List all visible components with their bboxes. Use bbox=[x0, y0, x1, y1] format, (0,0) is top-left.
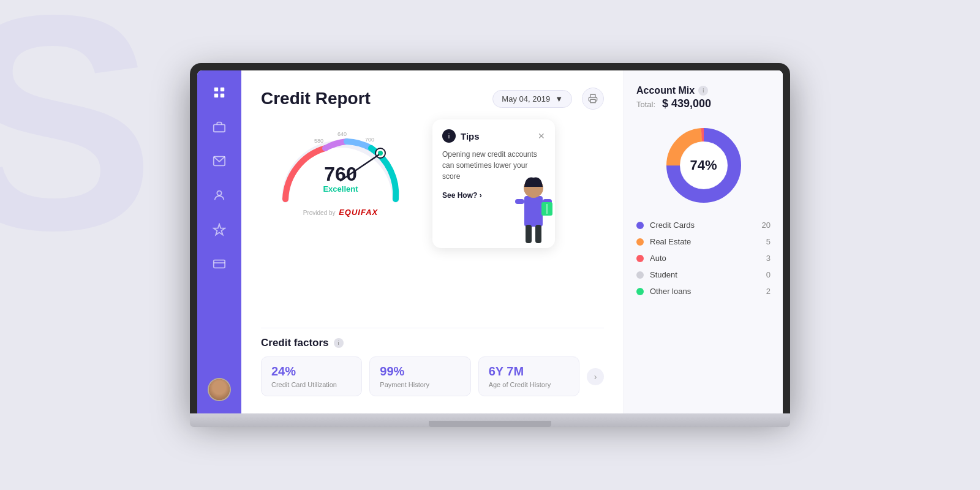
svg-text:760: 760 bbox=[324, 163, 356, 185]
factor-card-payment: 99% Payment History bbox=[369, 356, 470, 396]
legend-count-other-loans: 2 bbox=[766, 287, 771, 296]
score-area: 300 580 640 700 850 760 Excellent bbox=[261, 119, 604, 318]
tips-see-how-link[interactable]: See How? › bbox=[442, 191, 482, 200]
sidebar-item-user[interactable] bbox=[209, 186, 229, 205]
other-loans-dot bbox=[636, 288, 644, 295]
svg-rect-9 bbox=[590, 99, 595, 102]
tips-title: Tips bbox=[461, 131, 533, 141]
legend-item-real-estate: Real Estate 5 bbox=[636, 237, 771, 246]
factor-card-age: 6Y 7M Age of Credit History bbox=[478, 356, 579, 396]
legend-count-credit-cards: 20 bbox=[762, 221, 771, 230]
factor-value-payment: 99% bbox=[380, 364, 460, 379]
svg-rect-22 bbox=[515, 199, 524, 204]
donut-container: 74% bbox=[636, 123, 771, 208]
svg-text:640: 640 bbox=[337, 131, 347, 137]
factors-row: 24% Credit Card Utilization 99% Payment … bbox=[261, 356, 604, 396]
credit-factors-title: Credit factors bbox=[261, 337, 329, 349]
credit-cards-dot bbox=[636, 222, 644, 229]
sidebar bbox=[197, 70, 241, 413]
auto-dot bbox=[636, 255, 644, 262]
credit-factors-info-icon: i bbox=[334, 338, 344, 348]
donut-center-text: 74% bbox=[690, 157, 717, 173]
bg-decorative: S bbox=[0, 0, 156, 276]
date-value: May 04, 2019 bbox=[502, 94, 550, 104]
right-panel: Account Mix i Total: $ 439,000 bbox=[624, 70, 783, 413]
factor-label-payment: Payment History bbox=[380, 381, 460, 388]
laptop: Credit Report May 04, 2019 ▼ bbox=[190, 63, 790, 427]
svg-text:Excellent: Excellent bbox=[323, 184, 358, 194]
svg-text:700: 700 bbox=[365, 137, 374, 143]
person-figure bbox=[512, 168, 555, 248]
factor-value-age: 6Y 7M bbox=[489, 364, 569, 379]
svg-rect-2 bbox=[214, 94, 218, 97]
print-button[interactable] bbox=[582, 88, 604, 110]
sidebar-item-mail[interactable] bbox=[209, 151, 229, 171]
sidebar-item-credit[interactable] bbox=[209, 254, 229, 274]
legend-item-auto: Auto 3 bbox=[636, 254, 771, 263]
legend-item-credit-cards: Credit Cards 20 bbox=[636, 221, 771, 230]
tips-close-button[interactable]: ✕ bbox=[538, 131, 545, 141]
gauge-container: 300 580 640 700 850 760 Excellent bbox=[261, 119, 420, 318]
legend-label-credit-cards: Credit Cards bbox=[650, 221, 756, 230]
tips-info-icon: i bbox=[442, 129, 456, 143]
tips-header: i Tips ✕ bbox=[442, 129, 545, 143]
screen-bezel: Credit Report May 04, 2019 ▼ bbox=[190, 63, 790, 413]
tips-card: i Tips ✕ Opening new credit accounts can… bbox=[432, 119, 555, 248]
svg-text:580: 580 bbox=[314, 138, 323, 144]
total-amount: $ 439,000 bbox=[662, 97, 711, 110]
account-mix-info-icon: i bbox=[698, 86, 708, 96]
account-mix-title-row: Account Mix i bbox=[636, 85, 771, 96]
report-header: Credit Report May 04, 2019 ▼ bbox=[261, 88, 604, 110]
avatar-image bbox=[209, 379, 230, 400]
factor-label-utilization: Credit Card Utilization bbox=[271, 381, 352, 388]
gauge-svg-wrapper: 300 580 640 700 850 760 Excellent bbox=[261, 119, 420, 217]
legend-count-auto: 3 bbox=[766, 254, 771, 263]
svg-rect-24 bbox=[526, 225, 532, 243]
center-panel: Credit Report May 04, 2019 ▼ bbox=[241, 70, 624, 413]
sidebar-item-dashboard[interactable] bbox=[209, 83, 229, 102]
main-content: Credit Report May 04, 2019 ▼ bbox=[241, 70, 783, 413]
student-dot bbox=[636, 271, 644, 279]
legend-count-student: 0 bbox=[766, 270, 771, 279]
legend-item-student: Student 0 bbox=[636, 270, 771, 279]
legend-label-other-loans: Other loans bbox=[650, 287, 760, 296]
sidebar-item-briefcase[interactable] bbox=[209, 117, 229, 137]
donut-wrapper: 74% bbox=[661, 123, 747, 208]
real-estate-dot bbox=[636, 238, 644, 246]
svg-rect-7 bbox=[214, 260, 225, 268]
legend-label-student: Student bbox=[650, 270, 760, 279]
page-title: Credit Report bbox=[261, 89, 483, 108]
legend: Credit Cards 20 Real Estate 5 Auto 3 bbox=[636, 221, 771, 296]
account-mix-title: Account Mix bbox=[636, 85, 695, 96]
laptop-base bbox=[190, 413, 790, 427]
screen: Credit Report May 04, 2019 ▼ bbox=[197, 70, 783, 413]
svg-point-6 bbox=[217, 191, 221, 195]
date-selector[interactable]: May 04, 2019 ▼ bbox=[492, 90, 572, 108]
svg-rect-20 bbox=[524, 196, 543, 227]
svg-rect-1 bbox=[221, 88, 224, 91]
total-row: Total: $ 439,000 bbox=[636, 97, 771, 110]
sidebar-item-badge[interactable] bbox=[209, 220, 229, 239]
legend-item-other-loans: Other loans 2 bbox=[636, 287, 771, 296]
avatar[interactable] bbox=[208, 378, 231, 401]
total-label: Total: bbox=[636, 100, 655, 109]
chevron-down-icon: ▼ bbox=[555, 94, 563, 104]
credit-factors-title-row: Credit factors i bbox=[261, 337, 604, 349]
credit-factors-section: Credit factors i 24% Credit Card Utiliza… bbox=[261, 328, 604, 396]
factor-value-utilization: 24% bbox=[271, 364, 352, 379]
factor-label-age: Age of Credit History bbox=[489, 381, 569, 388]
svg-rect-0 bbox=[214, 88, 218, 91]
equifax-credit: Provided by EQUIFAX bbox=[303, 208, 378, 217]
provided-by-text: Provided by bbox=[303, 209, 336, 216]
legend-count-real-estate: 5 bbox=[766, 237, 771, 246]
gauge-svg: 300 580 640 700 850 760 Excellent bbox=[273, 119, 408, 205]
legend-label-real-estate: Real Estate bbox=[650, 237, 760, 246]
factors-next-button[interactable]: › bbox=[587, 368, 604, 385]
svg-rect-4 bbox=[214, 124, 225, 132]
svg-rect-3 bbox=[221, 94, 224, 97]
legend-label-auto: Auto bbox=[650, 254, 760, 263]
factor-card-utilization: 24% Credit Card Utilization bbox=[261, 356, 362, 396]
equifax-brand: EQUIFAX bbox=[339, 208, 378, 217]
svg-rect-25 bbox=[535, 225, 541, 243]
